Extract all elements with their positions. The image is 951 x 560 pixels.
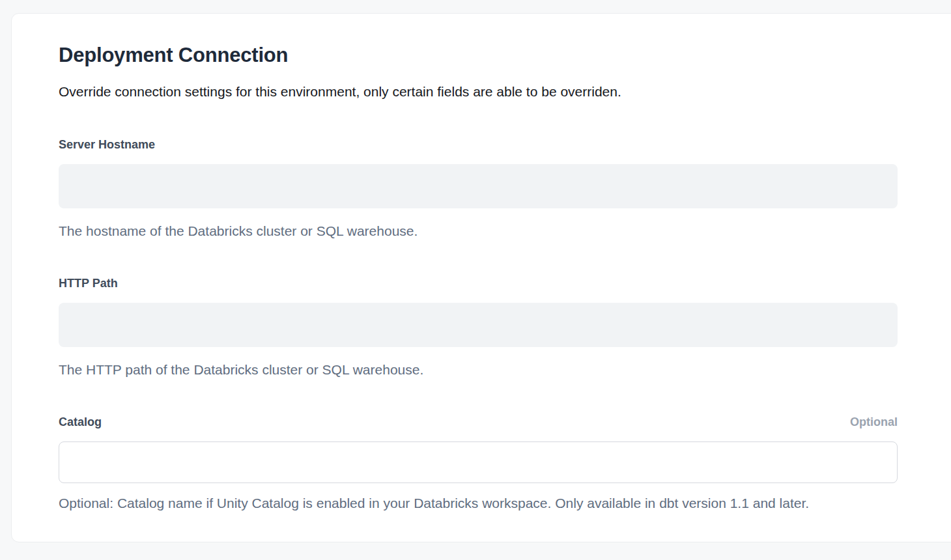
catalog-helper-text: Optional: Catalog name if Unity Catalog … [59, 495, 898, 511]
http-path-helper-text: The HTTP path of the Databricks cluster … [59, 361, 898, 378]
page-title: Deployment Connection [59, 44, 898, 66]
deployment-connection-card: Deployment Connection Override connectio… [11, 13, 951, 542]
field-group-catalog: Catalog Optional Optional: Catalog name … [59, 415, 898, 511]
server-hostname-helper-text: The hostname of the Databricks cluster o… [59, 223, 898, 239]
server-hostname-label: Server Hostname [59, 138, 155, 151]
page-subtitle: Override connection settings for this en… [59, 83, 898, 100]
label-row: Catalog Optional [59, 415, 898, 428]
http-path-label: HTTP Path [59, 277, 118, 290]
server-hostname-input [59, 164, 898, 208]
field-group-http-path: HTTP Path The HTTP path of the Databrick… [59, 277, 898, 378]
field-group-server-hostname: Server Hostname The hostname of the Data… [59, 138, 898, 239]
catalog-optional-tag: Optional [850, 415, 898, 428]
label-row: HTTP Path [59, 277, 898, 290]
catalog-label: Catalog [59, 415, 102, 428]
label-row: Server Hostname [59, 138, 898, 151]
catalog-input[interactable] [59, 441, 898, 483]
card-content: Deployment Connection Override connectio… [59, 44, 898, 511]
http-path-input [59, 303, 898, 347]
